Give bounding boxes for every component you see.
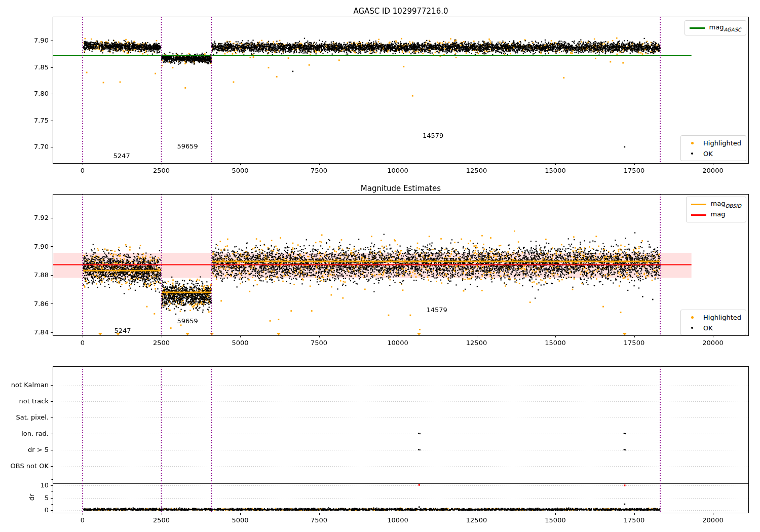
plot3-flag-label-3: Ion. rad.	[0, 430, 49, 438]
plot1-ytick-7.80: 7.80	[0, 90, 49, 98]
chart-canvas	[0, 0, 760, 532]
legend-item-mag-agasc: magAGASC	[690, 23, 741, 32]
mag-obsid-label: magOBSID	[711, 200, 741, 209]
plot1-ytick-7.70: 7.70	[0, 143, 49, 151]
plot3-flag-label-4: dr > 5	[0, 446, 49, 454]
plot3-flag-label-5: OBS not OK	[0, 462, 49, 470]
ok-dot-swatch-2	[686, 327, 699, 329]
plot1-xtick-7500: 7500	[299, 167, 339, 175]
plot2-xtick-17500: 17500	[614, 339, 655, 347]
plot1-xtick-20000: 20000	[693, 167, 733, 175]
plot1-xtick-12500: 12500	[457, 167, 497, 175]
plot1-xtick-2500: 2500	[141, 167, 182, 175]
plot1-annotation-obsid-14579: 14579	[423, 131, 443, 139]
plot2-ytick-7.92: 7.92	[0, 214, 49, 222]
legend-item-ok: OK	[686, 149, 741, 158]
plot3-xtick-10000: 10000	[377, 516, 418, 524]
plot3-xtick-0: 0	[62, 516, 103, 524]
plot3-flag-label-1: not track	[0, 397, 49, 405]
plot1-xtick-10000: 10000	[377, 167, 418, 175]
plot1-xtick-0: 0	[62, 167, 103, 175]
plot2-points-legend: Highlighted OK	[680, 310, 746, 335]
plot2-ytick-7.84: 7.84	[0, 328, 49, 336]
highlighted-label-2: Highlighted	[703, 314, 741, 321]
plot3-flag-label-2: Sat. pixel.	[0, 413, 49, 422]
ok-label-2: OK	[703, 324, 713, 332]
plot3-dr-axis-label: dr	[28, 492, 35, 503]
plot2-annotation-obsid-5247: 5247	[114, 327, 131, 334]
plot3-xtick-2500: 2500	[141, 516, 182, 524]
plot3-drtick-0: 0	[0, 506, 49, 514]
plot2-xtick-7500: 7500	[299, 339, 339, 347]
highlighted-label: Highlighted	[703, 139, 741, 147]
plot1-annotation-obsid-5247: 5247	[113, 151, 130, 159]
legend-item-ok-2: OK	[686, 323, 741, 332]
plot3-xtick-12500: 12500	[457, 516, 497, 524]
plot1-ytick-7.75: 7.75	[0, 117, 49, 125]
plot2-xtick-10000: 10000	[377, 339, 418, 347]
plot2-xtick-20000: 20000	[693, 339, 733, 347]
plot1-xtick-17500: 17500	[614, 167, 655, 175]
mag-label: mag	[711, 210, 726, 219]
plot2-title: Magnitude Estimates	[53, 184, 749, 193]
ok-dot-swatch	[686, 153, 699, 155]
ok-label: OK	[703, 150, 713, 158]
plot2-xtick-15000: 15000	[535, 339, 576, 347]
plot1-annotation-obsid-59659: 59659	[177, 142, 198, 149]
plot2-xtick-12500: 12500	[457, 339, 497, 347]
legend-item-highlighted-2: Highlighted	[686, 313, 741, 322]
plot3-xtick-15000: 15000	[535, 516, 576, 524]
plot1-xtick-15000: 15000	[535, 167, 576, 175]
plot2-annotation-obsid-14579: 14579	[426, 306, 447, 313]
plot1-title: AGASC ID 1029977216.0	[53, 7, 749, 16]
plot3-flag-label-0: not Kalman	[0, 381, 49, 389]
mag-agasc-label: magAGASC	[709, 23, 741, 32]
plot2-ytick-7.90: 7.90	[0, 243, 49, 251]
plot2-annotation-obsid-59659: 59659	[177, 317, 198, 325]
plot3-xtick-5000: 5000	[220, 516, 260, 524]
plot1-points-legend: Highlighted OK	[680, 135, 746, 161]
plot2-xtick-0: 0	[62, 339, 103, 347]
plot3-xtick-17500: 17500	[614, 516, 655, 524]
plot1-line-legend: magAGASC	[685, 20, 746, 35]
plot3-xtick-7500: 7500	[299, 516, 339, 524]
legend-item-mag-obsid: magOBSID	[691, 200, 741, 209]
mag-obsid-line-swatch	[691, 204, 706, 205]
plot3-drtick-5: 5	[0, 494, 49, 502]
plot2-ytick-7.86: 7.86	[0, 300, 49, 308]
plot1-xtick-5000: 5000	[220, 167, 260, 175]
plot2-line-legend: magOBSID mag	[686, 197, 746, 222]
legend-item-highlighted: Highlighted	[686, 138, 741, 147]
plot2-xtick-5000: 5000	[220, 339, 260, 347]
plot3-drtick-10: 10	[0, 481, 49, 489]
plot2-ytick-7.88: 7.88	[0, 271, 49, 279]
figure: AGASC ID 1029977216.0 Magnitude Estimate…	[0, 0, 760, 532]
plot1-ytick-7.90: 7.90	[0, 36, 49, 45]
mag-line-swatch	[691, 214, 706, 216]
highlighted-dot-swatch-2	[686, 316, 699, 319]
legend-item-mag: mag	[691, 210, 741, 219]
plot2-xtick-2500: 2500	[141, 339, 182, 347]
plot3-xtick-20000: 20000	[693, 516, 733, 524]
highlighted-dot-swatch	[686, 142, 699, 144]
mag-agasc-line-swatch	[690, 27, 705, 29]
plot1-ytick-7.85: 7.85	[0, 63, 49, 71]
